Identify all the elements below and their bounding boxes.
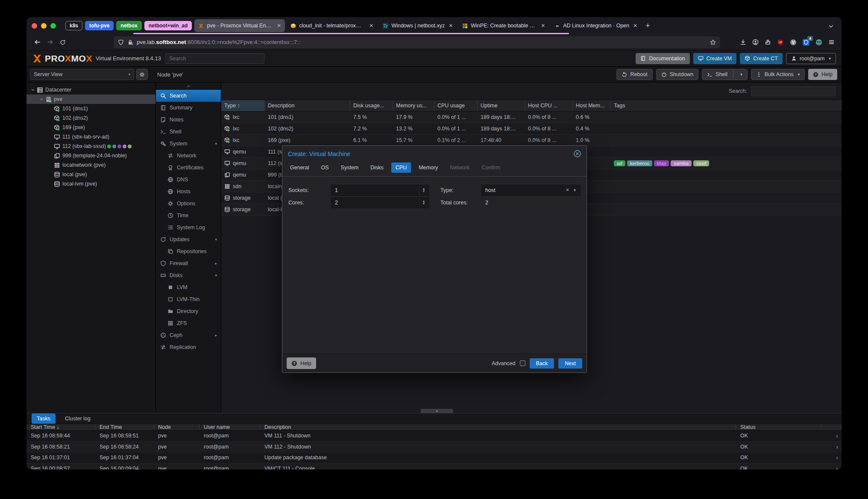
column-header-disk-usage-[interactable]: Disk usage...: [350, 100, 393, 111]
tree-item-datacenter[interactable]: Datacenter: [26, 85, 155, 94]
combo-caret-icon[interactable]: ▼: [573, 188, 577, 192]
dialog-tab-cpu[interactable]: CPU: [391, 162, 411, 173]
create-vm-button[interactable]: Create VM: [693, 53, 737, 64]
grid-search-input[interactable]: [751, 86, 836, 96]
browser-tab[interactable]: Windows | netboot.xyz✕: [379, 19, 457, 32]
tab-close-icon[interactable]: ✕: [449, 23, 453, 29]
browser-tab[interactable]: WinPE: Create bootable media |✕: [458, 19, 549, 32]
server-view-select[interactable]: Server View ▾: [30, 69, 134, 80]
shutdown-button[interactable]: Shutdown: [656, 69, 699, 80]
task-row[interactable]: Sep 16 00:08:57Sep 16 00:09:04pveroot@pa…: [26, 464, 842, 470]
account-icon[interactable]: [752, 39, 759, 45]
browser-tab[interactable]: cloud_init - telmate/proxmox - C✕: [287, 19, 377, 32]
sockets-spinner[interactable]: ▲▼: [419, 185, 425, 195]
column-header-cpu-usage[interactable]: CPU usage: [434, 100, 478, 111]
menu-hamburger-icon[interactable]: [828, 39, 835, 45]
tree-item-pve[interactable]: pve: [26, 94, 155, 104]
tree-item-local-lvm-pve-[interactable]: local-lvm (pve): [26, 179, 155, 189]
help-button[interactable]: ?Help: [808, 69, 837, 80]
close-window-button[interactable]: [32, 23, 37, 29]
bitwarden-extension-icon[interactable]: 4: [803, 39, 809, 46]
root-pam-button[interactable]: root@pam▾: [786, 53, 836, 64]
nav-item-shell[interactable]: Shell: [156, 126, 221, 138]
nav-item-hosts[interactable]: Hosts: [156, 186, 221, 198]
shell-button[interactable]: Shell▾: [702, 69, 747, 80]
dialog-tab-system[interactable]: System: [337, 162, 363, 173]
next-button[interactable]: Next: [558, 358, 582, 369]
tasks-column-end-time[interactable]: End Time: [95, 424, 154, 430]
ublock-extension-icon[interactable]: u0: [777, 39, 784, 46]
expander-icon[interactable]: [38, 97, 44, 101]
nav-item-network[interactable]: Network: [156, 150, 221, 162]
grid-row-169-pxe-[interactable]: lxc169 (pxe)6.1 %15.7 %0.1% of 2 ...17:4…: [221, 135, 842, 146]
tree-item-local-pve-[interactable]: local (pve): [26, 170, 155, 179]
dialog-help-button[interactable]: ? Help: [287, 357, 316, 369]
vimium-extension-icon[interactable]: V: [790, 39, 797, 46]
row-chevron-icon[interactable]: ›: [821, 452, 842, 463]
task-row[interactable]: Sep 16 01:37:01Sep 16 01:37:04pveroot@pa…: [26, 452, 842, 464]
nav-scroll-up-icon[interactable]: [156, 83, 221, 90]
create-ct-button[interactable]: Create CT: [740, 53, 783, 64]
column-header-memory-us-[interactable]: Memory us...: [393, 100, 434, 111]
tab-close-icon[interactable]: ✕: [369, 23, 373, 29]
shield-icon[interactable]: [118, 39, 124, 45]
nav-item-directory[interactable]: Directory: [156, 305, 221, 317]
tasks-tab-cluster-log[interactable]: Cluster log: [60, 413, 96, 424]
tasks-tab-tasks[interactable]: Tasks: [32, 413, 56, 424]
list-all-tabs-icon[interactable]: [828, 22, 834, 30]
task-row[interactable]: Sep 16 08:58:21Sep 16 08:58:24pveroot@pa…: [26, 442, 842, 453]
tree-item-localnetwork-pve-[interactable]: localnetwork (pve): [26, 160, 155, 170]
grid-row-102-dns2-[interactable]: lxc102 (dns2)7.2 %13.2 %0.0% of 1 ...189…: [221, 123, 842, 135]
tasks-column-node[interactable]: Node: [154, 424, 199, 430]
tree-item-102-dns2-[interactable]: 102 (dns2): [26, 113, 155, 123]
tab-group-chip-netbox[interactable]: netbox: [116, 21, 141, 30]
global-search-input[interactable]: Search: [165, 53, 264, 64]
tab-close-icon[interactable]: ✕: [277, 23, 281, 29]
documentation-button[interactable]: Documentation: [636, 53, 689, 64]
nav-item-summary[interactable]: Summary: [156, 102, 221, 114]
reload-icon[interactable]: [56, 36, 69, 48]
nav-item-repositories[interactable]: Repositories: [156, 245, 221, 257]
tab-group-chip-netboot+win_ad[interactable]: netboot+win_ad: [144, 21, 192, 30]
row-chevron-icon[interactable]: ›: [821, 431, 842, 441]
row-chevron-icon[interactable]: ›: [821, 464, 842, 470]
nav-item-ceph[interactable]: Ceph▸: [156, 329, 221, 341]
nav-item-options[interactable]: Options: [156, 198, 221, 210]
nav-item-search[interactable]: Search: [156, 90, 221, 102]
cores-spinner[interactable]: ▲▼: [419, 198, 425, 208]
nav-item-replication[interactable]: Replication: [156, 341, 221, 353]
tab-group-chip-tofu-pve[interactable]: tofu-pve: [85, 21, 114, 30]
tree-item-111-sbx-lab-srv-ad-[interactable]: 111 (sbx-lab-srv-ad): [26, 132, 155, 142]
column-header-description[interactable]: Description: [265, 100, 350, 111]
column-header-host-mem-[interactable]: Host Mem...: [573, 100, 611, 111]
tree-settings-gear-icon[interactable]: [136, 69, 148, 80]
reboot-button[interactable]: Reboot: [616, 69, 652, 80]
dialog-tab-disks[interactable]: Disks: [366, 162, 388, 173]
tree-item-169-pxe-[interactable]: 169 (pxe): [26, 123, 155, 132]
goggles-extension-icon[interactable]: [815, 39, 822, 46]
nav-item-time[interactable]: Time: [156, 210, 221, 221]
nav-item-lvm[interactable]: LVM: [156, 281, 221, 293]
tree-item-112-sbx-lab-sssd-[interactable]: 112 (sbx-lab-sssd): [26, 142, 155, 151]
new-tab-button[interactable]: +: [645, 22, 650, 30]
column-header-tags[interactable]: Tags: [611, 100, 842, 111]
tab-close-icon[interactable]: ✕: [633, 23, 637, 29]
row-chevron-icon[interactable]: ›: [821, 442, 842, 452]
column-header-host-cpu-[interactable]: Host CPU ...: [525, 100, 573, 111]
back-button[interactable]: Back: [530, 358, 554, 369]
tasks-column-status[interactable]: Status: [736, 424, 821, 430]
column-header-uptime[interactable]: Uptime: [478, 100, 525, 111]
back-icon[interactable]: [31, 36, 44, 48]
tasks-column-description[interactable]: Description: [260, 424, 736, 430]
dialog-tab-memory[interactable]: Memory: [414, 162, 442, 173]
nav-item-firewall[interactable]: Firewall▸: [156, 257, 221, 269]
grid-row-101-dns1-[interactable]: lxc101 (dns1)7.5 %17.9 %0.0% of 1 ...189…: [221, 112, 842, 123]
url-bar[interactable]: pve.lab.softbox.net:8006/#v1:0:=node%2Fp…: [114, 36, 720, 48]
sockets-input[interactable]: 1 ▲▼: [331, 185, 429, 196]
nav-item-disks[interactable]: Disks▾: [156, 269, 221, 281]
tree-item-101-dns1-[interactable]: 101 (dns1): [26, 104, 155, 113]
advanced-checkbox[interactable]: [520, 360, 525, 366]
expander-icon[interactable]: [30, 88, 36, 92]
log-panel-splitter[interactable]: ▼: [421, 409, 453, 413]
forward-icon[interactable]: [44, 36, 56, 48]
